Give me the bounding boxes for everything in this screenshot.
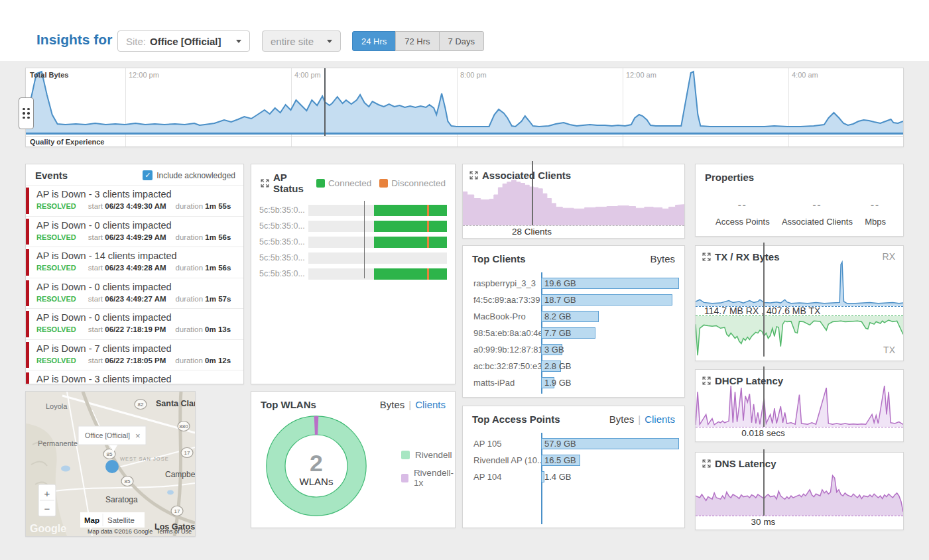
expand-icon[interactable] <box>702 252 711 261</box>
event-duration-value: 1m 55s <box>205 202 231 210</box>
bar-row[interactable]: ac:bc:32:87:50:e32.8 GB <box>473 358 678 374</box>
event-list-item[interactable]: AP is Down - 3 clients impacted <box>26 370 243 384</box>
time-range-button[interactable]: 72 Hrs <box>395 31 439 51</box>
event-list-item[interactable]: AP is Down - 0 clients impactedRESOLVEDs… <box>26 216 243 247</box>
event-list-item[interactable]: AP is Down - 7 clients impactedRESOLVEDs… <box>26 339 243 370</box>
event-duration-label: duration <box>176 202 204 210</box>
dns-latency-title: DNS Latency <box>715 458 776 469</box>
event-start-label: start <box>88 325 103 333</box>
include-acknowledged-label: Include acknowledged <box>156 171 235 180</box>
top-wlans-title: Top WLANs <box>261 399 316 410</box>
event-duration-value: 0m 13s <box>205 325 231 333</box>
ap-status-row[interactable]: 5c:5b:35:0... <box>259 266 447 282</box>
disconnected-swatch <box>379 179 388 188</box>
cursor-value-label: 28 Clients <box>485 227 578 237</box>
site-marker[interactable] <box>105 460 119 473</box>
ap-status-row[interactable]: 5c:5b:35:0... <box>259 218 447 234</box>
map-panel[interactable]: Loyola Santa Clar Permanente WEST SAN JO… <box>25 391 196 537</box>
zoom-in-button[interactable]: + <box>44 488 50 499</box>
event-severity-bar <box>26 342 29 368</box>
stat-mbps: -- Mbps <box>865 199 886 227</box>
bar-row[interactable]: AP 1041.4 GB <box>473 469 678 485</box>
expand-icon[interactable] <box>261 179 269 188</box>
bar-category-label: AP 104 <box>473 472 541 482</box>
bar-row[interactable]: matts-iPad1.9 GB <box>473 374 678 391</box>
bar-row[interactable]: f4:5c:89:aa:73:3918.7 GB <box>473 292 678 308</box>
connected-segment <box>374 205 447 216</box>
timeline-drag-handle-icon[interactable] <box>19 97 34 129</box>
chart-cursor[interactable] <box>364 201 365 278</box>
mode-clients[interactable]: Clients <box>645 414 675 425</box>
bar-row[interactable]: MacBook-Pro8.2 GB <box>473 308 678 325</box>
route-shield: 17 <box>174 508 180 514</box>
legend-item[interactable]: Rivendell-1x <box>401 468 455 488</box>
ap-status-row[interactable]: 5c:5b:35:0... <box>259 234 447 250</box>
event-severity-bar <box>26 219 29 245</box>
event-status: RESOLVED <box>36 202 76 210</box>
event-title: AP is Down - 0 clients impacted <box>36 312 238 323</box>
mode-clients[interactable]: Clients <box>415 399 446 410</box>
cursor-value-label: 30 ms <box>717 517 810 527</box>
event-start-value: 06/23 4:49:30 AM <box>105 202 166 210</box>
bar-row[interactable]: raspberrypi_3_319.6 GB <box>473 275 678 292</box>
qoe-band: Quality of Experience <box>26 136 903 147</box>
event-list-item[interactable]: AP is Down - 0 clients impactedRESOLVEDs… <box>26 278 243 309</box>
event-list-item[interactable]: AP is Down - 14 clients impactedRESOLVED… <box>26 247 243 278</box>
ap-status-row[interactable]: 5c:5b:35:0... <box>259 250 447 266</box>
event-duration-value: 1m 56s <box>205 233 231 241</box>
legend-swatch <box>401 474 408 482</box>
dhcp-latency-title: DHCP Latency <box>715 375 783 386</box>
wlans-legend: RivendellRivendell-1x <box>401 450 455 496</box>
time-range-button[interactable]: 7 Days <box>439 31 484 51</box>
site-selector[interactable]: Site: Office [Official] <box>117 30 250 52</box>
disconnected-segment <box>427 205 429 216</box>
event-list-item[interactable]: AP is Down - 3 clients impactedRESOLVEDs… <box>26 185 243 216</box>
bar-value-label: 16.5 GB <box>544 455 576 466</box>
bar-category-label: AP 105 <box>473 439 541 449</box>
satellite-button[interactable]: Satellite <box>107 516 135 524</box>
event-list-item[interactable]: AP is Down - 0 clients impactedRESOLVEDs… <box>26 308 243 339</box>
event-severity-bar <box>26 311 29 337</box>
event-start-label: start <box>88 202 103 210</box>
bar-row[interactable]: 98:5a:eb:8a:a0:4e7.7 GB <box>473 325 678 341</box>
legend-item[interactable]: Rivendell <box>401 450 455 460</box>
time-range-button[interactable]: 24 Hrs <box>352 31 396 51</box>
include-acknowledged-checkbox[interactable]: ✓ <box>143 170 153 180</box>
event-duration-value: 0m 12s <box>205 357 231 364</box>
mode-bytes[interactable]: Bytes <box>609 414 635 425</box>
timeline-cursor[interactable] <box>324 68 326 136</box>
timeline-panel[interactable]: Total Bytes 12:00 pm4:00 pm8:00 pm12:00 … <box>25 68 904 147</box>
ap-mac-label: 5c:5b:35:0... <box>259 205 308 215</box>
route-shield: 85 <box>125 478 131 484</box>
bar-category-label: MacBook-Pro <box>473 311 541 321</box>
event-duration-label: duration <box>175 325 203 333</box>
top-access-points-panel: Top Access Points Bytes|Clients AP 10557… <box>462 406 685 528</box>
disconnected-label: Disconnected <box>391 178 446 188</box>
scope-selector[interactable]: entire site <box>262 30 341 52</box>
event-duration-label: duration <box>176 264 204 272</box>
bar-row[interactable]: a0:99:9b:12:87:813 GB <box>473 341 678 358</box>
info-window-title: Office [Official] <box>85 431 130 439</box>
legend-swatch <box>401 451 410 459</box>
dhcp-chart <box>696 386 903 427</box>
mode-bytes[interactable]: Bytes <box>650 253 675 264</box>
ap-status-track <box>308 221 447 232</box>
ap-status-row[interactable]: 5c:5b:35:0... <box>259 202 447 218</box>
expand-icon[interactable] <box>702 459 711 468</box>
site-label: Site: <box>126 36 146 47</box>
ap-status-track <box>308 205 447 216</box>
close-icon[interactable]: × <box>135 431 141 441</box>
mode-bytes[interactable]: Bytes <box>380 399 405 410</box>
event-start-value: 06/23 4:49:29 AM <box>105 233 166 241</box>
terms-of-use-link[interactable]: Terms of Use <box>156 528 192 535</box>
zoom-out-button[interactable]: − <box>44 503 50 514</box>
event-title: AP is Down - 0 clients impacted <box>36 282 238 292</box>
expand-icon[interactable] <box>702 376 711 385</box>
bar-category-label: matts-iPad <box>473 378 541 388</box>
expand-icon[interactable] <box>469 171 478 180</box>
map-button[interactable]: Map <box>84 516 99 524</box>
bar-row[interactable]: AP 10557.9 GB <box>473 435 678 452</box>
event-duration-value: 1m 56s <box>205 264 231 272</box>
bar-row[interactable]: Rivendell AP (10...16.5 GB <box>473 452 678 469</box>
dns-latency-panel: DNS Latency 30 ms <box>695 452 904 530</box>
